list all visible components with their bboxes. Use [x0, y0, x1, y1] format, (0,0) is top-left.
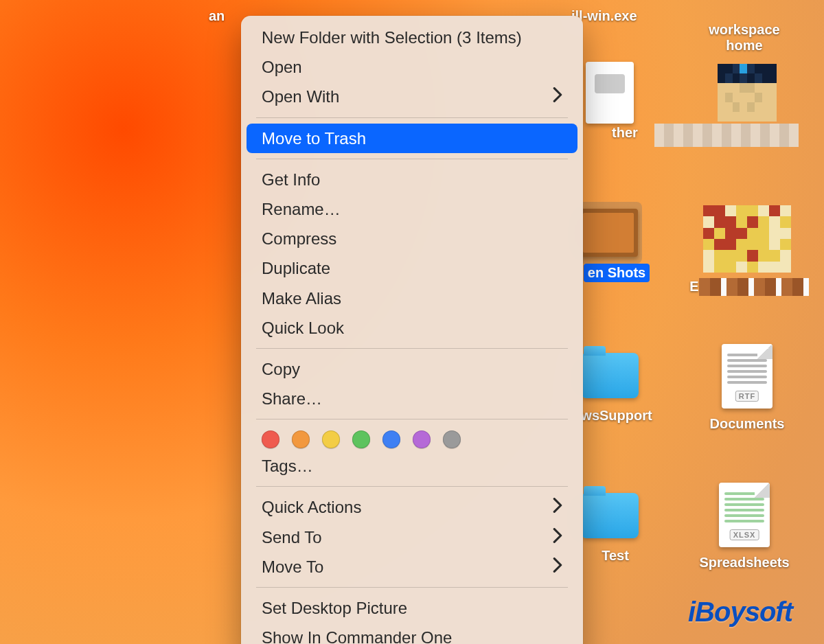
chevron-right-icon — [553, 86, 562, 107]
tag-red[interactable] — [262, 430, 279, 448]
menu-separator — [256, 117, 568, 118]
xlsx-doc-icon: XLSX — [715, 481, 774, 549]
menu-copy[interactable]: Copy — [247, 354, 577, 384]
menu-show-in-commander-one[interactable]: Show In Commander One — [247, 623, 577, 644]
menu-share[interactable]: Share… — [247, 384, 577, 413]
menu-make-alias[interactable]: Make Alias — [247, 284, 577, 313]
folder-icon — [580, 349, 639, 402]
menu-quick-look[interactable]: Quick Look — [247, 313, 577, 343]
rtf-doc-icon: RTF — [718, 342, 777, 411]
dmg-icon — [580, 66, 639, 119]
menu-compress[interactable]: Compress — [247, 224, 577, 253]
menu-get-info[interactable]: Get Info — [247, 165, 577, 194]
menu-move-to-trash[interactable]: Move to Trash — [247, 124, 577, 153]
folder-icon — [580, 489, 639, 542]
desktop-item-partial[interactable]: an — [205, 7, 229, 25]
menu-open[interactable]: Open — [247, 52, 577, 82]
pixelated-icon — [703, 205, 791, 273]
tag-blue[interactable] — [382, 430, 400, 448]
menu-separator — [256, 587, 568, 588]
menu-move-to[interactable]: Move To — [247, 552, 577, 582]
desktop-label: en Shots — [584, 264, 650, 282]
menu-new-folder-with-selection[interactable]: New Folder with Selection (3 Items) — [247, 23, 577, 52]
desktop-item-workspace[interactable]: workspace home — [689, 0, 799, 55]
menu-quick-actions[interactable]: Quick Actions — [247, 492, 577, 522]
desktop-item-pixelated-1[interactable] — [692, 66, 802, 147]
chevron-right-icon — [553, 496, 562, 518]
tag-orange[interactable] — [292, 430, 310, 448]
desktop-label: Spreadsheets — [695, 553, 793, 572]
menu-separator — [256, 159, 568, 159]
menu-set-desktop-picture[interactable]: Set Desktop Picture — [247, 593, 577, 623]
menu-open-with[interactable]: Open With — [247, 82, 577, 111]
desktop-label: Test — [597, 547, 633, 565]
desktop-label: workspace home — [689, 21, 799, 55]
desktop-label: E — [685, 277, 698, 296]
chevron-right-icon — [553, 556, 562, 577]
desktop-label: Documents — [706, 415, 789, 433]
menu-separator — [256, 348, 568, 349]
obscured-label — [654, 124, 799, 147]
tag-gray[interactable] — [443, 430, 461, 448]
menu-rename[interactable]: Rename… — [247, 194, 577, 224]
chevron-right-icon — [553, 527, 562, 548]
desktop-label: wsSupport — [577, 406, 656, 425]
pixelated-icon — [718, 66, 777, 119]
desktop-item-spreadsheets[interactable]: XLSX Spreadsheets — [689, 481, 799, 572]
desktop-item-documents[interactable]: RTF Documents — [692, 342, 802, 433]
obscured-label — [699, 278, 809, 296]
tag-purple[interactable] — [413, 430, 431, 448]
desktop-label: ther — [608, 124, 642, 142]
folder-icon — [715, 0, 774, 16]
menu-tag-color-row — [247, 425, 577, 451]
desktop-label: an — [205, 7, 229, 25]
menu-separator — [256, 486, 568, 487]
watermark-logo: iBoysoft — [688, 597, 792, 628]
menu-duplicate[interactable]: Duplicate — [247, 253, 577, 283]
context-menu: New Folder with Selection (3 Items) Open… — [241, 16, 583, 644]
desktop-item-pixelated-2[interactable]: E — [692, 205, 802, 296]
tag-yellow[interactable] — [322, 430, 340, 448]
menu-separator — [256, 419, 568, 419]
tag-green[interactable] — [352, 430, 370, 448]
screenshot-folder-icon — [579, 206, 638, 260]
menu-tags[interactable]: Tags… — [247, 451, 577, 481]
menu-send-to[interactable]: Send To — [247, 522, 577, 552]
